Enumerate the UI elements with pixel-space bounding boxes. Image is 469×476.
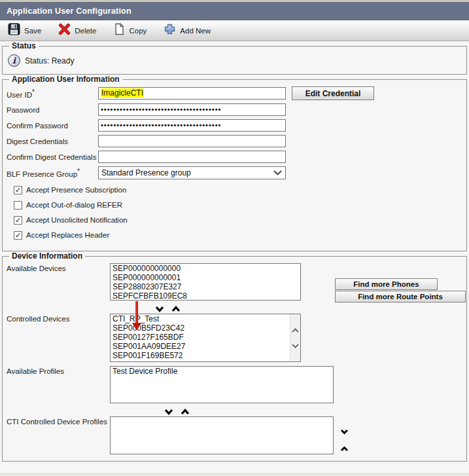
find-more-phones-button[interactable]: Find more Phones <box>335 278 438 290</box>
copy-label: Copy <box>129 27 147 35</box>
available-devices-label: Available Devices <box>7 263 110 272</box>
delete-icon <box>58 23 71 38</box>
move-up-icon[interactable] <box>171 303 181 311</box>
list-item[interactable]: SEP000000000000 <box>111 264 300 273</box>
controlled-devices-listbox[interactable]: CTI_RP_TestSEP000B5FD23C42SEP00127F165BD… <box>110 314 301 362</box>
available-profiles-label: Available Profiles <box>7 366 110 375</box>
required-asterisk: * <box>77 168 80 175</box>
scroll-down-icon[interactable] <box>292 341 299 350</box>
device-move-arrows <box>155 303 462 311</box>
accept-presence-subscription-checkbox[interactable]: ✓ Accept Presence Subscription <box>14 185 462 194</box>
move-up-icon[interactable] <box>340 443 349 454</box>
checkbox-label: Accept Unsolicited Notification <box>26 216 128 224</box>
application-user-configuration-page: Application User Configuration Save Dele… <box>0 0 469 476</box>
move-up-icon[interactable] <box>181 406 190 414</box>
checkbox-mark <box>14 201 22 210</box>
scroll-up-icon[interactable] <box>292 325 299 335</box>
page-title: Application User Configuration <box>7 7 131 16</box>
checkbox-label: Accept Replaces Header <box>26 231 109 239</box>
delete-button[interactable]: Delete <box>58 23 96 38</box>
digest-credentials-label: Digest Credentials <box>7 137 98 145</box>
blf-presence-group-select[interactable]: Standard Presence group <box>98 166 286 179</box>
move-down-icon[interactable] <box>340 426 349 437</box>
status-section: Status i Status: Ready <box>2 41 467 75</box>
cti-controlled-device-profiles-label: CTI Controlled Device Profiles <box>7 416 110 426</box>
copy-button[interactable]: Copy <box>113 23 147 38</box>
list-item[interactable]: SEP00127F165BDF <box>111 333 300 342</box>
user-id-label: User ID* <box>7 88 98 99</box>
save-icon <box>8 23 20 38</box>
list-item[interactable]: SEPFCFBFB109EC8 <box>111 291 300 301</box>
save-label: Save <box>24 27 41 35</box>
accept-replaces-header-checkbox[interactable]: ✓ Accept Replaces Header <box>14 230 462 240</box>
device-information-section: Device Information Available Devices SEP… <box>2 251 467 462</box>
user-id-input[interactable]: ImagicleCTI <box>98 87 286 100</box>
accept-unsolicited-notification-checkbox[interactable]: ✓ Accept Unsolicited Notification <box>14 215 462 225</box>
profile-move-arrows <box>164 406 462 414</box>
confirm-digest-credentials-label: Confirm Digest Credentials <box>7 153 98 161</box>
chevron-down-icon <box>273 170 282 175</box>
info-icon: i <box>8 54 20 67</box>
add-new-label: Add New <box>180 27 211 35</box>
password-input[interactable]: •••••••••••••••••••••••••••••••••••••• <box>98 103 286 116</box>
list-item[interactable]: SEP000B5FD23C42 <box>111 323 300 333</box>
confirm-digest-credentials-input[interactable] <box>98 151 286 163</box>
add-new-icon <box>164 23 176 38</box>
page-title-bar: Application User Configuration <box>0 2 469 20</box>
application-user-information-section: Application User Information User ID* Im… <box>2 75 467 251</box>
save-button[interactable]: Save <box>8 23 41 38</box>
checkbox-mark: ✓ <box>14 216 22 225</box>
blf-presence-group-selected-value: Standard Presence group <box>101 168 191 177</box>
available-devices-listbox[interactable]: SEP000000000000SEP000000000001SEP2880230… <box>110 263 301 301</box>
accept-out-of-dialog-refer-checkbox[interactable]: Accept Out-of-dialog REFER <box>14 200 462 210</box>
checkbox-mark: ✓ <box>14 231 22 240</box>
cti-controlled-device-profiles-listbox[interactable] <box>110 416 334 454</box>
find-more-route-points-button[interactable]: Find more Route Points <box>335 291 466 302</box>
edit-credential-button[interactable]: Edit Credential <box>292 86 374 100</box>
confirm-password-label: Confirm Password <box>7 122 98 130</box>
cti-move-arrows <box>340 426 349 454</box>
move-down-icon[interactable] <box>164 406 173 414</box>
listbox-scrollbar[interactable] <box>290 314 300 361</box>
status-message: Status: Ready <box>25 56 74 65</box>
checkbox-mark: ✓ <box>14 186 22 194</box>
list-item[interactable]: Test Device Profile <box>111 367 333 376</box>
list-item[interactable]: SEP001AA09DEE27 <box>111 342 300 351</box>
application-user-information-legend: Application User Information <box>9 75 122 84</box>
add-new-button[interactable]: Add New <box>164 23 211 38</box>
copy-icon <box>113 23 125 38</box>
password-label: Password <box>7 106 98 114</box>
confirm-password-input[interactable]: •••••••••••••••••••••••••••••••••••••• <box>98 119 286 132</box>
digest-credentials-input[interactable] <box>98 135 286 147</box>
controlled-devices-label: Controlled Devices <box>7 314 110 323</box>
bottom-strip <box>0 471 469 476</box>
blf-presence-group-label: BLF Presence Group* <box>7 168 98 178</box>
move-down-icon[interactable] <box>155 303 164 311</box>
required-asterisk: * <box>32 88 35 96</box>
status-legend: Status <box>9 41 39 50</box>
checkbox-label: Accept Presence Subscription <box>26 186 126 194</box>
user-id-value-highlighted: ImagicleCTI <box>101 88 144 98</box>
device-information-legend: Device Information <box>9 251 85 261</box>
list-item[interactable]: CTI_RP_Test <box>111 314 300 323</box>
list-item[interactable]: SEP28802307E327 <box>111 282 300 291</box>
available-profiles-listbox[interactable]: Test Device Profile <box>110 366 334 403</box>
list-item[interactable]: SEP000000000001 <box>111 273 300 282</box>
toolbar: Save Delete Copy Add New <box>0 20 469 41</box>
delete-label: Delete <box>75 27 96 35</box>
list-item[interactable]: SEP001F169BE572 <box>111 351 300 360</box>
checkbox-label: Accept Out-of-dialog REFER <box>26 201 122 209</box>
